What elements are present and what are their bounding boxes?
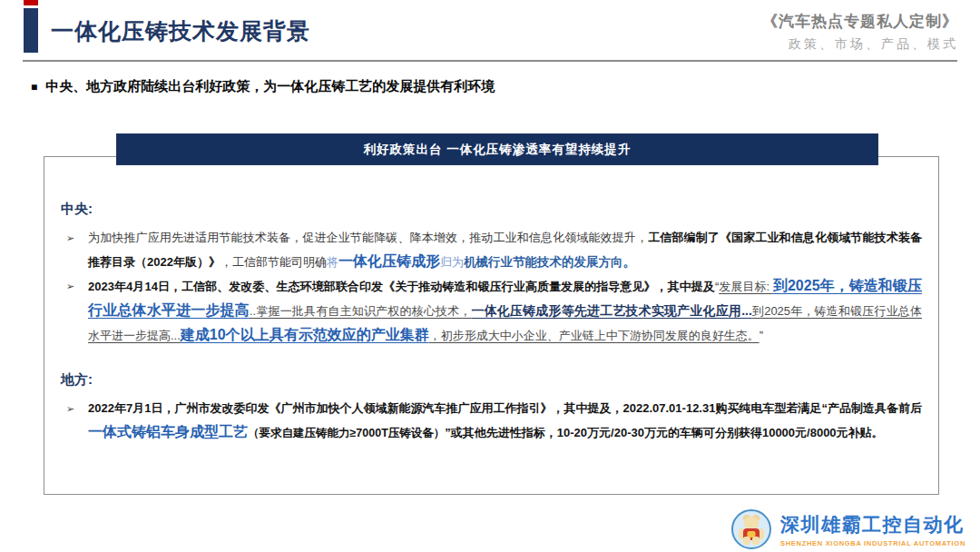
page-title: 一体化压铸技术发展背景	[51, 16, 310, 46]
xiongba-bear-icon	[731, 509, 771, 549]
arrow-bullet-icon: ➢	[66, 274, 74, 298]
red-accent-square	[24, 0, 38, 5]
local-policy-list: ➢ 2022年7月1日，广州市发改委印发《广州市加快个人领域新能源汽车推广应用工…	[61, 397, 922, 445]
company-name-cn: 深圳雄霸工控自动化	[780, 512, 965, 537]
policy-bullet-text: 2022年7月1日，广州市发改委印发《广州市加快个人领域新能源汽车推广应用工作指…	[88, 401, 922, 439]
policy-banner: 利好政策出台 一体化压铸渗透率有望持续提升	[116, 133, 878, 165]
arrow-bullet-icon: ➢	[66, 397, 74, 420]
policy-bullet: ➢ 2022年7月1日，广州市发改委印发《广州市加快个人领域新能源汽车推广应用工…	[61, 397, 922, 445]
policy-bullet: ➢ 为加快推广应用先进适用节能技术装备，促进企业节能降碳、降本增效，推动工业和信…	[61, 226, 922, 274]
policy-banner-text: 利好政策出台 一体化压铸渗透率有望持续提升	[364, 142, 632, 158]
policy-bullet-text: 2023年4月14日，工信部、发改委、生态环境部联合印发《关于推动铸造和锻压行业…	[88, 280, 922, 342]
policy-bullet-text: 为加快推广应用先进适用节能技术装备，促进企业节能降碳、降本增效，推动工业和信息化…	[88, 231, 922, 269]
header-divider	[23, 60, 957, 62]
company-name-en: SHENZHEN XIONGBA INDUSTRIAL AUTOMATION	[780, 539, 965, 547]
policy-content-box: 中央: ➢ 为加快推广应用先进适用节能技术装备，促进企业节能降碳、降本增效，推动…	[44, 156, 939, 495]
headline-text: 中央、地方政府陆续出台利好政策，为一体化压铸工艺的发展提供有利环境	[45, 78, 495, 95]
slide-root: 一体化压铸技术发展背景 《汽车热点专题私人定制》 政策、市场、产品、模式 ■ 中…	[0, 0, 980, 552]
policy-bullet: ➢ 2023年4月14日，工信部、发改委、生态环境部联合印发《关于推动铸造和锻压…	[61, 274, 922, 348]
section-label-local: 地方:	[61, 371, 922, 389]
square-bullet-icon: ■	[31, 82, 37, 93]
series-title: 《汽车热点专题私人定制》	[762, 11, 958, 32]
series-subtitle: 政策、市场、产品、模式	[762, 36, 958, 53]
company-name: 深圳雄霸工控自动化 SHENZHEN XIONGBA INDUSTRIAL AU…	[780, 512, 965, 547]
section-label-central: 中央:	[61, 201, 922, 218]
title-accent-bar	[24, 8, 38, 53]
series-header: 《汽车热点专题私人定制》 政策、市场、产品、模式	[762, 11, 958, 53]
arrow-bullet-icon: ➢	[66, 226, 74, 250]
central-policy-list: ➢ 为加快推广应用先进适用节能技术装备，促进企业节能降碳、降本增效，推动工业和信…	[61, 226, 922, 348]
company-logo: 深圳雄霸工控自动化 SHENZHEN XIONGBA INDUSTRIAL AU…	[731, 509, 965, 549]
headline: ■ 中央、地方政府陆续出台利好政策，为一体化压铸工艺的发展提供有利环境	[31, 78, 495, 95]
